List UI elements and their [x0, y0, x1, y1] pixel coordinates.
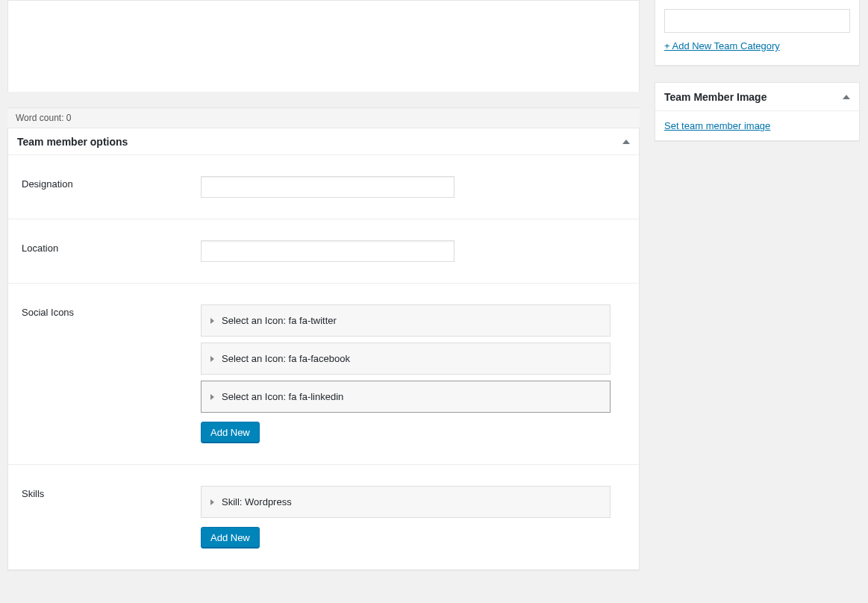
- social-icon-item[interactable]: Select an Icon: fa fa-facebook: [201, 343, 611, 375]
- designation-input[interactable]: [201, 176, 455, 198]
- social-icon-item-label: Select an Icon: fa fa-twitter: [222, 315, 337, 326]
- category-selection-box[interactable]: [664, 9, 850, 33]
- designation-row: Designation: [8, 155, 639, 219]
- social-icon-item[interactable]: Select an Icon: fa fa-twitter: [201, 304, 611, 337]
- social-icons-label: Social Icons: [22, 304, 201, 443]
- skill-item[interactable]: Skill: Wordpress: [201, 486, 611, 518]
- options-panel-header[interactable]: Team member options: [8, 128, 639, 155]
- designation-label: Designation: [22, 176, 201, 198]
- social-icons-row: Social Icons Select an Icon: fa fa-twitt…: [8, 284, 639, 465]
- skills-row: Skills Skill: Wordpress Add New: [8, 465, 639, 569]
- social-icon-item-label: Select an Icon: fa fa-facebook: [222, 353, 350, 364]
- triangle-right-icon: [210, 499, 214, 505]
- add-new-team-category-link[interactable]: + Add New Team Category: [664, 40, 780, 51]
- social-icon-item[interactable]: Select an Icon: fa fa-linkedin: [201, 381, 611, 413]
- add-new-skill-button[interactable]: Add New: [201, 527, 260, 549]
- wordcount-label: Word count:: [16, 113, 63, 123]
- triangle-right-icon: [210, 318, 214, 324]
- skills-label: Skills: [22, 486, 201, 549]
- image-panel-header[interactable]: Team Member Image: [655, 83, 859, 111]
- team-member-image-panel: Team Member Image Set team member image: [655, 82, 860, 141]
- wordcount-value: 0: [66, 113, 72, 123]
- add-new-social-icon-button[interactable]: Add New: [201, 422, 260, 443]
- image-panel-title: Team Member Image: [664, 91, 766, 103]
- team-category-panel: + Add New Team Category: [655, 0, 860, 66]
- social-icon-item-label: Select an Icon: fa fa-linkedin: [222, 391, 343, 402]
- skill-item-label: Skill: Wordpress: [222, 496, 292, 507]
- location-input[interactable]: [201, 240, 455, 262]
- set-team-member-image-link[interactable]: Set team member image: [664, 120, 770, 131]
- location-label: Location: [22, 240, 201, 262]
- triangle-right-icon: [210, 394, 214, 400]
- wordcount-bar: Word count: 0: [7, 107, 640, 128]
- triangle-right-icon: [210, 356, 214, 362]
- options-panel-title: Team member options: [17, 136, 128, 148]
- editor-container: [7, 0, 640, 91]
- triangle-up-icon[interactable]: [843, 95, 850, 99]
- triangle-up-icon[interactable]: [622, 140, 630, 144]
- location-row: Location: [8, 219, 639, 284]
- team-member-options-panel: Team member options Designation Location…: [7, 128, 640, 570]
- editor-body[interactable]: [8, 1, 639, 92]
